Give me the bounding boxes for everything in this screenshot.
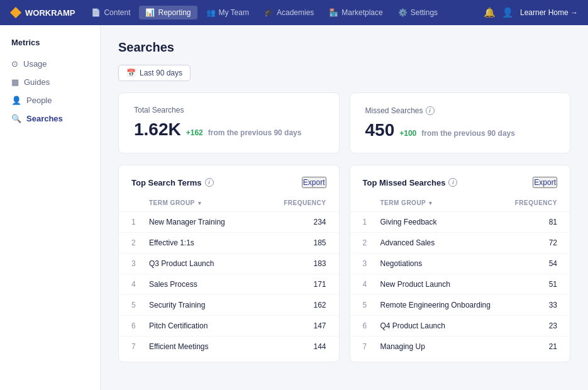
nav-settings[interactable]: ⚙️ Settings	[392, 6, 444, 20]
logo-text: WORKRAMP	[25, 8, 75, 18]
stat-missed-searches: Missed Searches i 450 +100 from the prev…	[350, 92, 571, 153]
top-missed-searches-title: Top Missed Searches i	[363, 178, 458, 187]
date-filter-button[interactable]: 📅 Last 90 days	[118, 65, 191, 81]
table-row: 6 Q4 Product Launch 23	[350, 316, 570, 337]
row-num: 5	[131, 301, 149, 309]
row-term: Q4 Product Launch	[380, 321, 508, 330]
content-icon: 📄	[91, 8, 101, 17]
nav-right: 🔔 👤 Learner Home →	[484, 7, 578, 18]
row-term: New Manager Training	[149, 218, 276, 226]
row-term: Efficient Meetings	[149, 342, 276, 351]
row-freq: 183	[276, 259, 326, 268]
row-term: Security Training	[149, 301, 276, 309]
sidebar-item-people[interactable]: 👤 People	[0, 91, 100, 109]
row-freq: 51	[507, 280, 557, 289]
nav-reporting[interactable]: 📊 Reporting	[139, 6, 197, 20]
bell-icon[interactable]: 🔔	[484, 7, 496, 18]
row-term: New Product Launch	[380, 280, 508, 289]
col-header-freq-2: FREQUENCY	[507, 199, 557, 206]
nav-content[interactable]: 📄 Content	[85, 6, 136, 20]
chevron-down-icon-2: ▾	[429, 200, 433, 206]
row-freq: 72	[507, 238, 557, 247]
stat-missed-value: 450 +100 from the previous 90 days	[365, 120, 555, 140]
missed-searches-info-icon[interactable]: i	[448, 178, 457, 187]
search-terms-info-icon[interactable]: i	[205, 178, 214, 187]
row-term: Pitch Certification	[149, 321, 276, 330]
nav-marketplace[interactable]: 🏪 Marketplace	[323, 6, 389, 20]
row-term: Managing Up	[380, 342, 508, 351]
guides-icon: ▦	[11, 77, 19, 87]
logo[interactable]: WORKRAMP	[10, 7, 75, 18]
missed-searches-rows: 1 Giving Feedback 81 2 Advanced Sales 72…	[350, 212, 570, 357]
table-row: 6 Pitch Certification 147	[119, 316, 339, 337]
term-group-sort-2[interactable]: TERM GROUP ▾	[380, 199, 508, 206]
sidebar-title: Metrics	[0, 38, 100, 55]
missed-searches-export-button[interactable]: Export	[533, 177, 557, 188]
main-content: Searches 📅 Last 90 days Total Searches 1…	[101, 25, 588, 390]
sidebar-item-searches[interactable]: 🔍 Searches	[0, 109, 100, 128]
row-term: Remote Engineering Onboarding	[380, 301, 508, 309]
sidebar-item-guides[interactable]: ▦ Guides	[0, 73, 100, 91]
row-num: 7	[363, 342, 380, 351]
nav-academies[interactable]: 🎓 Academies	[258, 6, 320, 20]
nav-myteam[interactable]: 👥 My Team	[200, 6, 255, 20]
chevron-down-icon: ▾	[198, 200, 202, 206]
top-search-terms-title: Top Search Terms i	[131, 178, 214, 187]
settings-icon: ⚙️	[398, 8, 408, 17]
row-freq: 147	[276, 321, 326, 330]
stats-row: Total Searches 1.62K +162 from the previ…	[118, 92, 570, 153]
row-term: Effective 1:1s	[149, 238, 276, 247]
top-nav: WORKRAMP 📄 Content 📊 Reporting 👥 My Team…	[0, 0, 588, 25]
row-freq: 33	[507, 301, 557, 309]
academies-icon: 🎓	[264, 8, 274, 17]
table-row: 5 Remote Engineering Onboarding 33	[350, 295, 570, 316]
table-row: 3 Negotiations 54	[350, 254, 570, 274]
row-freq: 81	[507, 218, 557, 226]
table-row: 4 Sales Process 171	[119, 274, 339, 295]
row-num: 6	[363, 321, 380, 330]
table-row: 1 Giving Feedback 81	[350, 212, 570, 233]
avatar-icon[interactable]: 👤	[502, 7, 514, 18]
row-num: 1	[131, 218, 149, 226]
stat-total-value: 1.62K +162 from the previous 90 days	[134, 120, 324, 140]
table-row: 2 Effective 1:1s 185	[119, 233, 339, 254]
myteam-icon: 👥	[206, 8, 216, 17]
table-row: 5 Security Training 162	[119, 295, 339, 316]
row-term: Negotiations	[380, 259, 508, 268]
row-num: 1	[363, 218, 380, 226]
searches-icon: 🔍	[11, 114, 21, 123]
table-row: 2 Advanced Sales 72	[350, 233, 570, 254]
row-freq: 54	[507, 259, 557, 268]
search-terms-export-button[interactable]: Export	[302, 177, 326, 188]
term-group-sort-1[interactable]: TERM GROUP ▾	[149, 199, 276, 206]
missed-info-icon[interactable]: i	[426, 106, 435, 115]
learner-home-link[interactable]: Learner Home →	[520, 8, 578, 17]
stat-missed-delta-text: from the previous 90 days	[421, 129, 515, 138]
calendar-icon: 📅	[126, 69, 136, 77]
stat-missed-label: Missed Searches i	[365, 106, 435, 115]
row-freq: 21	[507, 342, 557, 351]
row-freq: 171	[276, 280, 326, 289]
search-terms-rows: 1 New Manager Training 234 2 Effective 1…	[119, 212, 339, 357]
marketplace-icon: 🏪	[329, 8, 338, 17]
people-icon: 👤	[11, 96, 21, 105]
row-num: 2	[131, 238, 149, 247]
stat-missed-delta: +100	[399, 129, 416, 138]
col-header-freq-1: FREQUENCY	[276, 199, 326, 206]
row-num: 5	[363, 301, 380, 309]
sidebar-item-usage[interactable]: ⊙ Usage	[0, 55, 100, 73]
row-num: 3	[363, 259, 380, 268]
table-row: 7 Efficient Meetings 144	[119, 337, 339, 357]
row-term: Q3 Product Launch	[149, 259, 276, 268]
row-num: 4	[131, 280, 149, 289]
missed-searches-col-headers: TERM GROUP ▾ FREQUENCY	[350, 197, 570, 212]
row-freq: 144	[276, 342, 326, 351]
col-header-term-1: TERM GROUP ▾	[149, 199, 276, 206]
stat-total-searches: Total Searches 1.62K +162 from the previ…	[118, 92, 340, 153]
top-missed-searches-card: Top Missed Searches i Export TERM GROUP …	[350, 165, 571, 362]
top-missed-searches-header: Top Missed Searches i Export	[350, 177, 570, 197]
row-freq: 162	[276, 301, 326, 309]
row-num: 4	[363, 280, 380, 289]
main-layout: Metrics ⊙ Usage ▦ Guides 👤 People 🔍 Sear…	[0, 25, 588, 390]
stat-total-delta-text: from the previous 90 days	[208, 128, 302, 137]
